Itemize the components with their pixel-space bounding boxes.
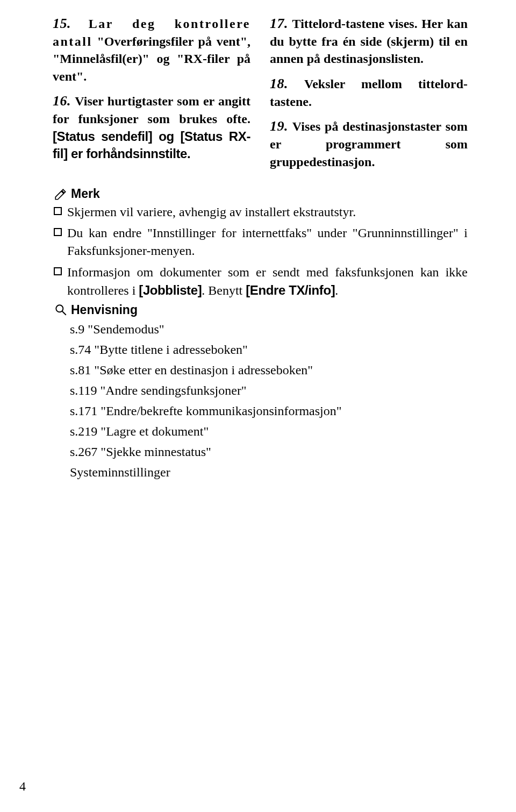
item-cond-1: [Status sendefil]: [53, 129, 152, 144]
reference-item: Systeminnstillinger: [70, 462, 468, 482]
reference-item: s.9 "Sendemodus": [70, 319, 468, 339]
item-16: 16. Viser hurtigtaster som er angitt for…: [53, 91, 250, 162]
square-bullet-icon: [54, 207, 62, 215]
item-bold-text: Viser hurtigtaster som er angitt for fun…: [53, 94, 250, 126]
two-column-block: 15. Lar deg kontrollere antall "Overføri…: [53, 14, 468, 177]
item-15: 15. Lar deg kontrollere antall "Overføri…: [53, 14, 250, 85]
bullet-item: Informasjon om dokumenter som er sendt m…: [54, 263, 468, 300]
svg-point-3: [56, 305, 63, 312]
item-19: 19. Vises på destinasjonstaster som er p…: [270, 117, 468, 170]
item-number: 15.: [53, 16, 71, 31]
svg-line-4: [62, 311, 66, 315]
item-18: 18. Veksler mellom tittelord-tastene.: [270, 74, 468, 110]
item-number: 18.: [270, 76, 288, 91]
reference-item: s.219 "Lagre et dokument": [70, 422, 468, 441]
svg-rect-1: [54, 229, 61, 236]
item-number: 16.: [53, 93, 71, 109]
bullet-item: Skjermen vil variere, avhengig av instal…: [54, 203, 468, 221]
reference-item: s.267 "Sjekke minnestatus": [70, 442, 468, 461]
merk-label: Merk: [71, 187, 100, 201]
pencil-icon: [54, 187, 68, 201]
square-bullet-icon: [54, 267, 62, 275]
item-cond-join: og: [152, 129, 180, 144]
left-column: 15. Lar deg kontrollere antall "Overføri…: [53, 14, 250, 177]
henvisning-heading: Henvisning: [53, 303, 468, 317]
item-cond-tail: er forhåndsinnstilte.: [68, 146, 191, 161]
right-column: 17. Tittelord-tastene vises. Her kan du …: [270, 14, 468, 177]
reference-item: s.171 "Endre/bekrefte kommunikasjonsinfo…: [70, 401, 468, 421]
item-17: 17. Tittelord-tastene vises. Her kan du …: [270, 14, 468, 68]
page-number: 4: [19, 779, 26, 794]
svg-rect-0: [54, 208, 61, 215]
bullet-text: Informasjon om dokumenter som er sendt m…: [67, 263, 468, 300]
bullet-cond-2: [Endre TX/info]: [246, 283, 335, 297]
bullet-text: Du kan endre "Innstillinger for internet…: [67, 224, 468, 260]
bullet-text: Skjermen vil variere, avhengig av instal…: [67, 203, 468, 221]
square-bullet-icon: [54, 228, 62, 236]
item-bold-text: Veksler mellom tittelord-tastene.: [270, 77, 468, 109]
bullet-mid: . Benytt: [202, 283, 246, 297]
reference-list: s.9 "Sendemodus" s.74 "Bytte titlene i a…: [53, 319, 468, 482]
bullet-post: .: [335, 283, 338, 297]
reference-item: s.74 "Bytte titlene i adresseboken": [70, 340, 468, 359]
merk-heading: Merk: [53, 187, 468, 201]
item-bold-text: Tittelord-tastene vises. Her kan du bytt…: [270, 17, 468, 66]
svg-rect-2: [54, 268, 61, 275]
magnifier-icon: [54, 303, 68, 317]
bullet-item: Du kan endre "Innstillinger for internet…: [54, 224, 468, 260]
reference-item: s.81 "Søke etter en destinasjon i adress…: [70, 360, 468, 380]
merk-bullets: Skjermen vil variere, avhengig av instal…: [53, 203, 468, 300]
item-bold-text: Vises på destinasjonstaster som er progr…: [270, 119, 468, 168]
item-number: 19.: [270, 118, 288, 134]
reference-item: s.119 "Andre sendingsfunksjoner": [70, 381, 468, 400]
bullet-cond-1: [Jobbliste]: [139, 283, 202, 297]
henvisning-label: Henvisning: [71, 303, 138, 317]
item-number: 17.: [270, 16, 288, 31]
